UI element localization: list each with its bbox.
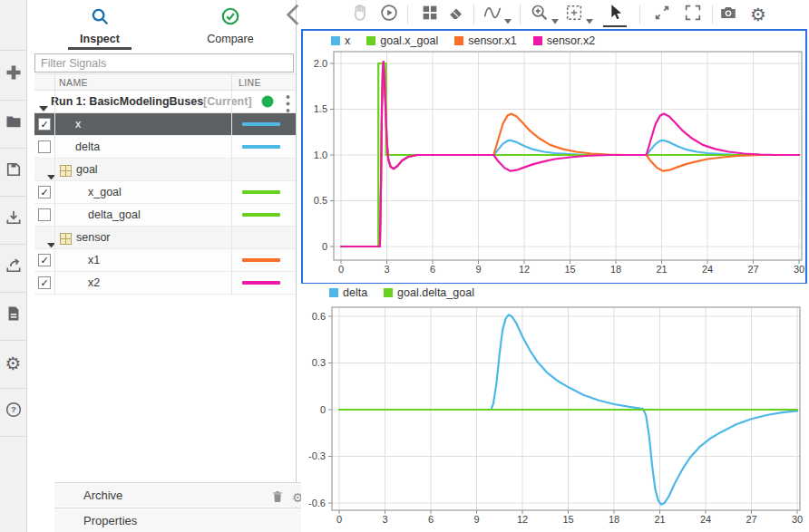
save-button[interactable] [0, 153, 26, 189]
tab-compare-label: Compare [207, 33, 253, 45]
checkbox-delta[interactable] [38, 140, 51, 153]
report-button[interactable] [0, 297, 26, 334]
run-expander-icon[interactable] [39, 99, 48, 105]
svg-text:21: 21 [656, 264, 667, 275]
bottom-plot[interactable]: deltagoal.delta_goal0369121518212427300.… [301, 284, 807, 532]
preferences-button[interactable]: ⚙ [0, 345, 26, 382]
fullscreen-button[interactable] [681, 3, 705, 26]
clear-button[interactable] [444, 3, 468, 26]
svg-text:?: ? [11, 404, 16, 414]
trash-icon[interactable] [270, 489, 285, 508]
signal-label: delta [75, 140, 100, 153]
legend-swatch [533, 36, 542, 45]
legend-label: x [345, 34, 350, 47]
svg-text:0.6: 0.6 [312, 311, 326, 322]
zoom-dropdown-caret[interactable] [551, 12, 559, 17]
legend-swatch [329, 288, 338, 297]
chevron-left-icon[interactable] [287, 4, 299, 18]
check-circle-icon [220, 6, 240, 30]
legend-item-goal.x_goal: goal.x_goal [366, 34, 438, 47]
svg-text:27: 27 [746, 514, 756, 525]
line-swatch-x2[interactable] [242, 281, 280, 285]
wave-icon [482, 3, 502, 26]
filter-signals-input[interactable] [34, 53, 294, 73]
bus-label: goal [76, 163, 98, 176]
svg-text:24: 24 [702, 264, 713, 275]
line-swatch-x1[interactable] [242, 258, 280, 262]
top-plot[interactable]: xgoal.x_goalsensor.x1sensor.x20369121518… [301, 29, 807, 285]
bus-row-goal[interactable]: goal [34, 159, 296, 181]
simulation-data-inspector-window: ⚙? Inspect Compare NAME LINE Run 1: Basi… [0, 0, 809, 532]
bus-label: sensor [76, 231, 111, 244]
run-menu-button[interactable] [285, 94, 291, 110]
svg-text:18: 18 [610, 264, 621, 275]
bus-row-sensor[interactable]: sensor [34, 227, 296, 249]
expand-button[interactable] [650, 3, 674, 26]
svg-text:30: 30 [794, 264, 804, 275]
svg-text:3: 3 [382, 514, 387, 525]
legend-item-sensor.x2: sensor.x2 [533, 34, 596, 47]
signal-row-delta[interactable]: delta [34, 136, 296, 159]
properties-section-bar[interactable]: Properties [54, 508, 324, 532]
legend-swatch [454, 36, 463, 45]
line-swatch-x_goal[interactable] [242, 190, 280, 194]
svg-text:-0.3: -0.3 [308, 450, 326, 461]
run-status-text: [Current] [203, 95, 251, 108]
plot-canvas[interactable]: 0369121518212427302.01.51.00.50 [303, 50, 805, 282]
save-icon [5, 160, 23, 182]
fit-to-view-button[interactable] [562, 3, 586, 26]
signal-label: x2 [88, 276, 100, 289]
signal-row-x_goal[interactable]: ✓x_goal [34, 181, 296, 204]
pointer-button[interactable] [603, 3, 627, 26]
svg-text:0: 0 [336, 514, 342, 525]
layout-button[interactable] [418, 3, 442, 26]
snapshot-button[interactable] [716, 3, 740, 26]
checkbox-x1[interactable]: ✓ [38, 254, 51, 266]
svg-text:15: 15 [562, 514, 573, 525]
tab-inspect-label: Inspect [80, 33, 120, 45]
checkbox-x2[interactable]: ✓ [38, 276, 51, 289]
tab-compare[interactable]: Compare [165, 0, 296, 50]
run-row[interactable]: Run 1: BasicModelingBuses[Current] [34, 91, 296, 113]
svg-text:6: 6 [428, 514, 434, 525]
archive-label: Archive [83, 488, 122, 502]
archive-section-bar[interactable]: Archive ⚙ [54, 482, 324, 507]
add-button[interactable] [0, 56, 26, 92]
line-swatch-delta_goal[interactable] [242, 213, 280, 217]
help-button[interactable]: ? [0, 393, 26, 430]
legend-label: goal.delta_goal [397, 286, 474, 299]
mode-tabs: Inspect Compare [34, 0, 296, 50]
hand-icon [350, 3, 370, 26]
checkbox-delta_goal[interactable] [38, 208, 51, 221]
signal-row-x1[interactable]: ✓x1 [34, 249, 296, 272]
svg-text:21: 21 [654, 514, 665, 525]
line-swatch-x[interactable] [242, 122, 280, 126]
signal-row-x[interactable]: ✓x [34, 113, 296, 136]
properties-label: Properties [83, 514, 137, 527]
signal-row-delta_goal[interactable]: delta_goal [34, 204, 296, 227]
line-swatch-delta[interactable] [242, 145, 280, 149]
import-button[interactable] [0, 201, 26, 237]
svg-text:0: 0 [338, 264, 344, 275]
zoom-button[interactable] [528, 3, 551, 26]
signal-style-dropdown-caret[interactable] [504, 12, 512, 17]
tab-inspect[interactable]: Inspect [34, 0, 165, 50]
export-button[interactable] [0, 249, 26, 285]
plot-canvas[interactable]: 0369121518212427300.60.30-0.3-0.6 [301, 302, 804, 532]
fit-to-view-dropdown-caret[interactable] [586, 12, 593, 17]
open-button[interactable] [0, 105, 26, 141]
checkbox-x[interactable]: ✓ [38, 118, 51, 131]
settings-button[interactable]: ⚙ [746, 3, 770, 26]
document-icon [5, 305, 23, 326]
bus-icon [60, 164, 72, 176]
legend-item-goal.delta_goal: goal.delta_goal [384, 286, 474, 299]
replay-button[interactable] [377, 3, 401, 26]
svg-text:0: 0 [322, 241, 327, 252]
run-title: Run 1: BasicModelingBuses[Current] [51, 95, 252, 108]
signal-row-x2[interactable]: ✓x2 [34, 272, 296, 295]
pan-button[interactable] [348, 3, 372, 26]
camera-icon [718, 3, 738, 26]
svg-text:-0.6: -0.6 [308, 498, 326, 508]
signal-style-button[interactable] [481, 3, 504, 26]
checkbox-x_goal[interactable]: ✓ [38, 186, 51, 198]
